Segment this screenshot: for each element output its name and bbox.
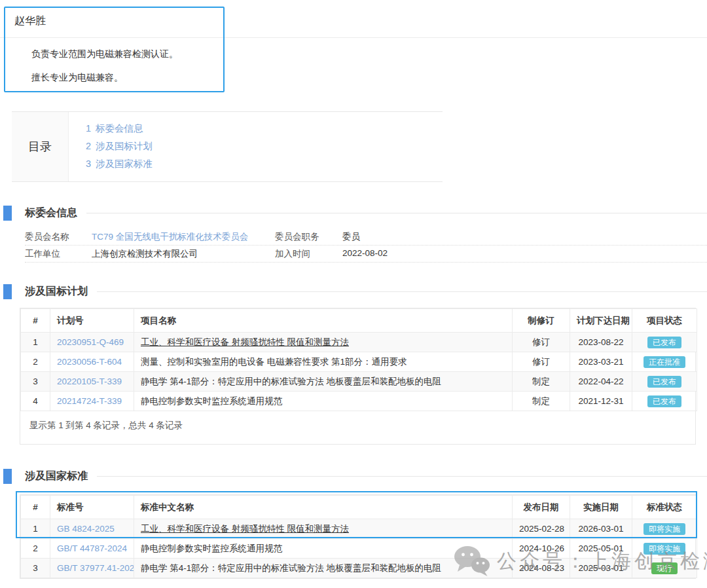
section-title: 涉及国标计划 [25, 285, 88, 299]
status-badge: 即将实施 [644, 523, 685, 535]
column-header: # [21, 496, 50, 519]
table-row: 2GB/T 44787-2024静电控制参数实时监控系统通用规范2024-10-… [21, 539, 697, 559]
table-cell: 工业、科学和医疗设备 射频骚扰特性 限值和测量方法 [134, 333, 513, 352]
column-header: 计划号 [50, 309, 134, 333]
section-header-national-standards: 涉及国家标准 [3, 468, 707, 484]
table-cell: 已发布 [632, 372, 697, 392]
table-cell: 2025-03-01 [570, 559, 632, 578]
table-cell: 修订 [513, 352, 570, 372]
field-label: 委员会职务 [275, 231, 319, 243]
toc-link-national-standards[interactable]: 3涉及国家标准 [86, 155, 153, 173]
committee-field-row: 工作单位 上海创京检测技术有限公司 加入时间 2022-08-02 [25, 246, 707, 263]
table-cell: 2 [21, 352, 50, 372]
table-cell: 即将实施 [632, 519, 697, 539]
table-cell: 2023-08-22 [570, 333, 632, 352]
table-cell: 2024-10-26 [513, 539, 570, 559]
section-rule [86, 213, 707, 213]
column-header: # [21, 309, 50, 333]
status-badge: 现行 [651, 562, 678, 574]
national-standards-table: # 标准号 标准中文名称 发布日期 实施日期 标准状态 1GB 4824-202… [20, 494, 696, 579]
table-cell: 1 [21, 333, 50, 352]
table-cell: 修订 [513, 333, 570, 352]
column-header: 计划下达日期 [570, 309, 632, 333]
field-label: 委员会名称 [25, 231, 69, 243]
table-cell: 2022-04-22 [570, 372, 632, 392]
table-cell: 测量、控制和实验室用的电设备 电磁兼容性要求 第1部分：通用要求 [134, 352, 513, 372]
table-cell: GB/T 37977.41-2024 [50, 559, 134, 578]
row-link[interactable]: 20214724-T-339 [57, 396, 122, 406]
table-cell: 工业、科学和医疗设备 射频骚扰特性 限值和测量方法 [134, 519, 513, 539]
table-cell: 4 [21, 392, 50, 411]
section-marker-icon [3, 469, 12, 484]
column-header: 项目名称 [134, 309, 513, 333]
column-header: 制修订 [513, 309, 570, 333]
table-cell: 已发布 [632, 392, 697, 411]
row-link[interactable]: 20220105-T-339 [57, 377, 122, 386]
toc-links: 1标委会信息 2涉及国标计划 3涉及国家标准 [69, 112, 153, 181]
table-cell: 2021-12-31 [570, 392, 632, 411]
table-cell: 2024-08-23 [513, 559, 570, 578]
section-rule [97, 476, 707, 477]
table-row: 3GB/T 37977.41-2024静电学 第4-1部分：特定应用中的标准试验… [21, 559, 697, 578]
table-row: 1GB 4824-2025工业、科学和医疗设备 射频骚扰特性 限值和测量方法20… [21, 519, 697, 539]
column-header: 标准状态 [632, 496, 697, 519]
table-of-contents: 目录 1标委会信息 2涉及国标计划 3涉及国家标准 [12, 111, 443, 182]
row-link[interactable]: GB/T 37977.41-2024 [57, 563, 134, 573]
table-cell: 20220105-T-339 [50, 372, 134, 392]
section-marker-icon [3, 284, 12, 299]
table-row: 320220105-T-339静电学 第4-1部分：特定应用中的标准试验方法 地… [21, 372, 697, 392]
table-cell: 已发布 [632, 333, 697, 352]
field-value: 2022-08-02 [342, 248, 388, 258]
row-link[interactable]: 20230056-T-604 [57, 357, 122, 367]
table-cell: 静电学 第4-1部分：特定应用中的标准试验方法 地板覆盖层和装配地板的电阻 [134, 559, 513, 578]
table-cell: 2023-03-21 [570, 352, 632, 372]
section-header-committee: 标委会信息 [3, 205, 707, 221]
section-title: 标委会信息 [25, 206, 77, 220]
section-rule [97, 291, 707, 292]
table-cell: 3 [21, 372, 50, 392]
toc-label: 目录 [12, 112, 69, 181]
table-header-row: # 计划号 项目名称 制修订 计划下达日期 项目状态 [21, 309, 697, 333]
status-badge: 已发布 [647, 395, 681, 407]
column-header: 标准中文名称 [134, 496, 513, 519]
table-cell: 现行 [632, 559, 697, 578]
row-link[interactable]: GB 4824-2025 [57, 524, 115, 534]
gb-plans-table: # 计划号 项目名称 制修订 计划下达日期 项目状态 120230951-Q-4… [20, 308, 696, 445]
table-cell: 2025-05-01 [570, 539, 632, 559]
field-value: 上海创京检测技术有限公司 [92, 248, 198, 260]
field-label: 加入时间 [275, 248, 310, 260]
profile-description-line: 擅长专业为电磁兼容。 [31, 72, 123, 84]
table-cell: GB 4824-2025 [50, 519, 134, 539]
table-row: 220230056-T-604测量、控制和实验室用的电设备 电磁兼容性要求 第1… [21, 352, 697, 372]
column-header: 项目状态 [632, 309, 697, 333]
table-cell: 20230951-Q-469 [50, 333, 134, 352]
section-title: 涉及国家标准 [25, 469, 88, 483]
row-link[interactable]: 20230951-Q-469 [57, 337, 124, 347]
table-cell: 3 [21, 559, 50, 578]
table-cell: 20214724-T-339 [50, 392, 134, 411]
table-cell: 制定 [513, 372, 570, 392]
status-badge: 正在批准 [644, 356, 685, 368]
status-badge: 已发布 [647, 376, 681, 388]
table-cell: 2025-02-28 [513, 519, 570, 539]
profile-name: 赵华胜 [14, 14, 46, 28]
toc-link-gb-plans[interactable]: 2涉及国标计划 [86, 138, 153, 155]
table-cell: 20230056-T-604 [50, 352, 134, 372]
table-cell: 2026-03-01 [570, 519, 632, 539]
table-cell: 静电控制参数实时监控系统通用规范 [134, 392, 513, 411]
table-cell: 2 [21, 539, 50, 559]
header-divider [0, 37, 707, 38]
table-cell: 制定 [513, 392, 570, 411]
field-label: 工作单位 [25, 248, 60, 260]
table-row: 420214724-T-339静电控制参数实时监控系统通用规范制定2021-12… [21, 392, 697, 411]
section-marker-icon [3, 206, 12, 221]
section-header-gb-plans: 涉及国标计划 [3, 284, 707, 299]
table-row: 120230951-Q-469工业、科学和医疗设备 射频骚扰特性 限值和测量方法… [21, 333, 697, 352]
table-cell: 静电学 第4-1部分：特定应用中的标准试验方法 地板覆盖层和装配地板的电阻 [134, 372, 513, 392]
row-link[interactable]: GB/T 44787-2024 [57, 543, 127, 553]
toc-link-committee-info[interactable]: 1标委会信息 [86, 120, 153, 138]
committee-name-link[interactable]: TC79 全国无线电干扰标准化技术委员会 [92, 232, 248, 242]
table-cell: 即将实施 [632, 539, 697, 559]
table-cell: 静电控制参数实时监控系统通用规范 [134, 539, 513, 559]
table-cell: GB/T 44787-2024 [50, 539, 134, 559]
